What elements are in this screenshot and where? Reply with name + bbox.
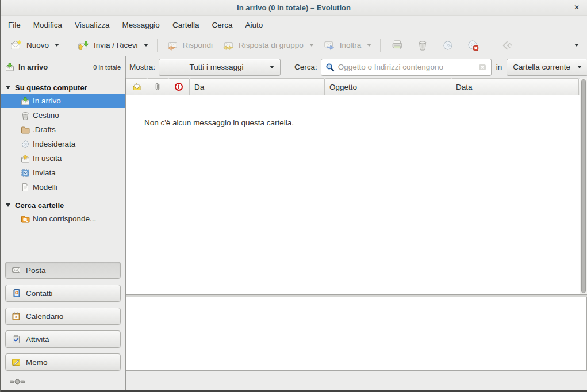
in-label: in [496, 63, 502, 71]
message-filter-dropdown[interactable]: Tutti i messaggi [159, 59, 281, 76]
current-folder-header: In arrivo 0 in totale [1, 56, 126, 78]
memo-icon [11, 358, 21, 367]
reply-group-button[interactable]: Risposta di gruppo [217, 37, 319, 54]
forward-button[interactable]: Inoltra [319, 37, 377, 54]
column-priority[interactable] [168, 78, 190, 95]
sidebar-item-inviata[interactable]: Inviata [1, 166, 125, 180]
sidebar-item-in-uscita[interactable]: In uscita [1, 151, 125, 166]
switcher-label: Contatti [26, 289, 53, 298]
switcher-attivita-button[interactable]: Attività [5, 330, 121, 348]
switcher-contatti-button[interactable]: Contatti [5, 285, 121, 302]
contacts-icon [11, 289, 21, 298]
chevron-down-icon[interactable] [309, 44, 314, 47]
sidebar-item-modelli[interactable]: Modelli [1, 180, 125, 194]
toolbar-overflow-button[interactable] [574, 44, 579, 47]
preview-pane [126, 297, 587, 371]
switcher-memo-button[interactable]: Memo [5, 353, 121, 371]
new-mail-icon [10, 39, 22, 52]
switcher-calendario-button[interactable]: 3 Calendario [5, 308, 121, 325]
column-label: Oggetto [329, 83, 357, 91]
reply-button[interactable]: Rispondi [162, 37, 218, 54]
sidebar-item-indesiderata[interactable]: Indesiderata [1, 137, 125, 151]
menu-cartella[interactable]: Cartella [166, 18, 206, 32]
switcher-label: Posta [26, 266, 46, 275]
reply-icon [166, 39, 179, 52]
status-bar [126, 371, 587, 390]
message-list[interactable]: Non c'è alcun messaggio in questa cartel… [126, 95, 587, 294]
chevron-down-icon[interactable] [144, 44, 148, 47]
back-arrow-icon [501, 39, 513, 52]
column-data[interactable]: Data [451, 78, 579, 95]
search-scope-value: Cartella corrente [513, 63, 576, 71]
print-button[interactable] [385, 37, 410, 54]
search-label: Cerca: [294, 63, 317, 71]
column-oggetto[interactable]: Oggetto [325, 78, 451, 95]
new-message-button[interactable]: Nuovo [5, 37, 64, 54]
sidebar-item-drafts[interactable]: .Drafts [1, 122, 125, 137]
switcher-posta-button[interactable]: Posta [5, 262, 121, 279]
search-input[interactable] [338, 63, 474, 71]
forward-label: Inoltra [340, 41, 362, 49]
menu-cerca[interactable]: Cerca [205, 18, 239, 32]
mail-icon [11, 266, 21, 275]
menu-modifica[interactable]: Modifica [27, 18, 68, 32]
sidebar-item-label: Modelli [33, 183, 57, 191]
evolution-window: In arrivo (0 in totale) – Evolution ✕ Fi… [0, 0, 587, 392]
attachment-icon [153, 82, 162, 91]
switcher-label: Calendario [26, 312, 63, 321]
chevron-down-icon[interactable] [55, 44, 59, 47]
window-body: Su questo computer In arrivo [1, 78, 587, 390]
folder-sidebar: Su questo computer In arrivo [1, 78, 126, 390]
sidebar-item-non-corrisponde[interactable]: Non corrisponde... [1, 212, 125, 226]
chevron-down-icon [577, 66, 582, 68]
menu-aiuto[interactable]: Aiuto [239, 18, 269, 32]
menu-file[interactable]: File [2, 18, 27, 32]
expander-icon[interactable] [6, 203, 10, 207]
expander-icon[interactable] [6, 86, 10, 89]
menu-visualizza[interactable]: Visualizza [68, 18, 116, 32]
column-da[interactable]: Da [190, 78, 325, 95]
search-icon[interactable] [325, 63, 335, 72]
not-junk-button[interactable] [461, 37, 486, 54]
empty-folder-message: Non c'è alcun messaggio in questa cartel… [126, 95, 587, 127]
send-receive-button[interactable]: Invia / Ricevi [72, 37, 153, 54]
online-status-plug-icon[interactable] [10, 378, 25, 386]
sidebar-item-label: In uscita [33, 154, 62, 163]
chevron-down-icon[interactable] [367, 44, 371, 47]
menu-messaggio[interactable]: Messaggio [116, 18, 166, 32]
tree-group-computer[interactable]: Su questo computer [1, 81, 125, 94]
current-folder-name: In arrivo [18, 63, 48, 71]
sidebar-status-area [1, 374, 125, 390]
column-label: Data [456, 83, 473, 91]
clear-search-icon[interactable] [478, 63, 487, 72]
send-receive-label: Invia / Ricevi [94, 41, 138, 49]
scrollbar-thumb[interactable] [581, 79, 586, 293]
inbox-icon [5, 63, 14, 72]
templates-icon [21, 183, 30, 192]
junk-icon [442, 39, 454, 52]
delete-button[interactable] [410, 37, 435, 54]
sidebar-item-label: Inviata [33, 168, 56, 177]
sidebar-item-label: Non corrisponde... [33, 214, 96, 223]
column-read-status[interactable] [126, 78, 147, 95]
search-scope-dropdown[interactable]: Cartella corrente [507, 59, 587, 76]
folder-tree: Su questo computer In arrivo [1, 78, 125, 258]
priority-icon [174, 82, 183, 91]
sidebar-item-in-arrivo[interactable]: In arrivo [1, 94, 125, 108]
calendar-day-number: 3 [15, 315, 17, 319]
junk-button[interactable] [435, 37, 461, 54]
show-label: Mostra: [129, 63, 155, 71]
toolbar-separator [490, 39, 490, 52]
inbox-icon [21, 97, 30, 106]
message-list-scrollbar[interactable] [580, 78, 587, 294]
view-switcher: Posta Contatti [1, 258, 125, 374]
tree-group-search-folders[interactable]: Cerca cartelle [1, 199, 125, 212]
sidebar-item-cestino[interactable]: Cestino [1, 108, 125, 122]
back-button[interactable] [494, 37, 520, 54]
chevron-down-icon [270, 66, 274, 68]
window-bottom-edge [1, 390, 587, 392]
switcher-label: Memo [26, 358, 48, 367]
column-attachment[interactable] [147, 78, 168, 95]
close-icon[interactable]: ✕ [574, 3, 580, 11]
search-toolbar: Mostra: Tutti i messaggi Cerca: in Cart [126, 56, 587, 78]
